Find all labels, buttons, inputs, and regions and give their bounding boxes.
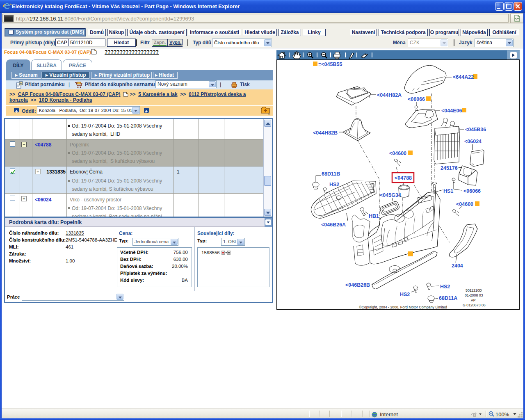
svg-text:<046B26B: <046B26B: [345, 282, 370, 288]
svg-text:<044H82A: <044H82A: [377, 92, 402, 98]
svg-text:<644A22: <644A22: [453, 74, 474, 80]
svg-text:<045G34: <045G34: [380, 192, 401, 198]
svg-text:245176: 245176: [441, 165, 458, 171]
svg-text:<046B26A: <046B26A: [321, 222, 346, 228]
svg-text:<045B36: <045B36: [465, 127, 486, 132]
svg-text:<04600: <04600: [456, 201, 473, 207]
svg-text:68D11B: 68D11B: [322, 171, 340, 177]
svg-text:01-2008 03: 01-2008 03: [465, 293, 483, 297]
svg-text:2404: 2404: [452, 263, 463, 269]
svg-text:<06024: <06024: [464, 139, 482, 144]
svg-text:HS1: HS1: [443, 188, 453, 194]
svg-text:68D11A: 68D11A: [439, 295, 457, 301]
svg-text:<06066: <06066: [463, 188, 481, 194]
svg-text:G 0128673 06: G 0128673 06: [463, 303, 486, 307]
svg-text:5011210D: 5011210D: [466, 288, 482, 292]
svg-text:<044H82B: <044H82B: [313, 130, 338, 136]
svg-text:<04788: <04788: [395, 175, 412, 181]
svg-text:=<045B55: =<045B55: [318, 62, 342, 67]
svg-text:HS2: HS2: [329, 182, 339, 187]
svg-text:HB1: HB1: [369, 213, 379, 219]
svg-text:HS2: HS2: [440, 284, 450, 290]
svg-text:AP: AP: [471, 298, 476, 302]
svg-text:<04600: <04600: [389, 151, 406, 156]
svg-text:<06066: <06066: [408, 96, 425, 102]
svg-text:©Copyright, 2004 - 2008, Ford: ©Copyright, 2004 - 2008, Ford Motor Comp…: [359, 305, 447, 309]
svg-text:<044E06: <044E06: [441, 108, 462, 114]
svg-text:HS2: HS2: [400, 292, 410, 297]
